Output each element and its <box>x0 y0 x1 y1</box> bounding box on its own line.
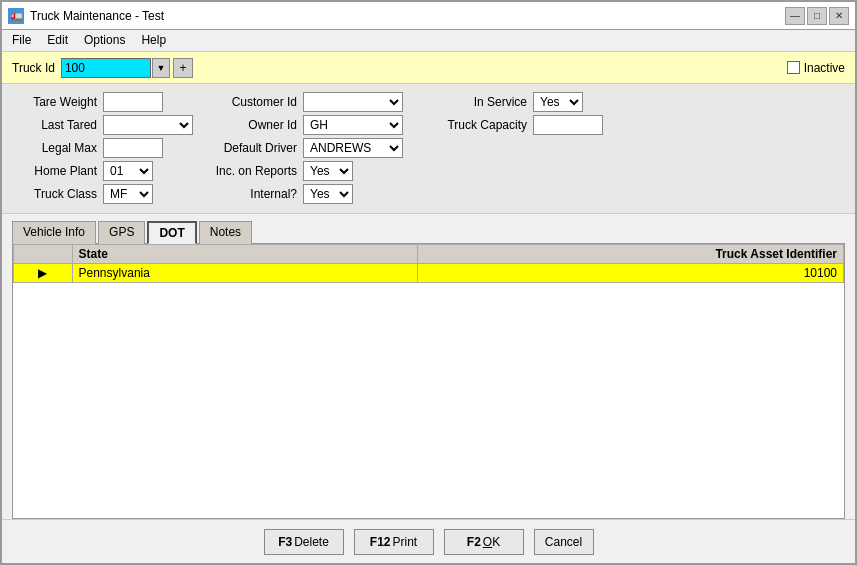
legal-max-label: Legal Max <box>12 141 97 155</box>
arrow-header <box>14 245 73 264</box>
toolbar-row: Truck Id ▼ + Inactive <box>2 52 855 84</box>
tab-gps[interactable]: GPS <box>98 221 145 244</box>
print-button[interactable]: F12 Print <box>354 529 434 555</box>
menu-edit[interactable]: Edit <box>41 32 74 49</box>
default-driver-row: Default Driver ANDREWS <box>212 138 432 158</box>
cancel-button[interactable]: Cancel <box>534 529 594 555</box>
truck-id-input[interactable] <box>61 58 151 78</box>
truck-id-label: Truck Id <box>12 61 55 75</box>
truck-id-dropdown[interactable]: ▼ <box>152 58 170 78</box>
ok-key-label: F2 <box>467 535 481 549</box>
title-buttons: — □ ✕ <box>785 7 849 25</box>
ok-label: OK <box>483 535 500 549</box>
inc-reports-select[interactable]: Yes <box>303 161 353 181</box>
menu-options[interactable]: Options <box>78 32 131 49</box>
default-driver-select[interactable]: ANDREWS <box>303 138 403 158</box>
legal-max-row: Legal Max <box>12 138 202 158</box>
customer-id-row: Customer Id <box>212 92 432 112</box>
owner-id-label: Owner Id <box>212 118 297 132</box>
title-bar-left: 🚛 Truck Maintenance - Test <box>8 8 164 24</box>
tab-vehicle-info[interactable]: Vehicle Info <box>12 221 96 244</box>
internal-label: Internal? <box>212 187 297 201</box>
state-cell: Pennsylvania <box>72 264 418 283</box>
inc-reports-row: Inc. on Reports Yes <box>212 161 432 181</box>
form-col1: Tare Weight Last Tared Legal Max Home Pl… <box>12 92 202 207</box>
print-label: Print <box>393 535 418 549</box>
in-service-row: In Service Yes <box>442 92 692 112</box>
internal-select[interactable]: Yes <box>303 184 353 204</box>
owner-id-select[interactable]: GH <box>303 115 403 135</box>
last-tared-row: Last Tared <box>12 115 202 135</box>
app-icon: 🚛 <box>8 8 24 24</box>
inactive-label: Inactive <box>804 61 845 75</box>
form-col3: In Service Yes Truck Capacity <box>432 92 692 207</box>
minimize-button[interactable]: — <box>785 7 805 25</box>
menu-file[interactable]: File <box>6 32 37 49</box>
state-header: State <box>72 245 418 264</box>
internal-row: Internal? Yes <box>212 184 432 204</box>
tare-weight-input[interactable] <box>103 92 163 112</box>
tab-row: Vehicle Info GPS DOT Notes <box>12 220 845 244</box>
tabs-area: Vehicle Info GPS DOT Notes State Truck A… <box>2 214 855 519</box>
identifier-header: Truck Asset Identifier <box>418 245 844 264</box>
last-tared-label: Last Tared <box>12 118 97 132</box>
close-button[interactable]: ✕ <box>829 7 849 25</box>
legal-max-input[interactable] <box>103 138 163 158</box>
truck-capacity-row: Truck Capacity <box>442 115 692 135</box>
customer-id-select[interactable] <box>303 92 403 112</box>
inactive-area: Inactive <box>787 61 845 75</box>
default-driver-label: Default Driver <box>212 141 297 155</box>
cancel-label: Cancel <box>545 535 582 549</box>
delete-button[interactable]: F3 Delete <box>264 529 344 555</box>
identifier-cell: 10100 <box>418 264 844 283</box>
tab-content: State Truck Asset Identifier ▶ Pennsylva… <box>12 244 845 519</box>
home-plant-select[interactable]: 01 <box>103 161 153 181</box>
form-grid: Tare Weight Last Tared Legal Max Home Pl… <box>12 92 845 207</box>
menubar: File Edit Options Help <box>2 30 855 52</box>
ok-button[interactable]: F2 OK <box>444 529 524 555</box>
customer-id-label: Customer Id <box>212 95 297 109</box>
in-service-select[interactable]: Yes <box>533 92 583 112</box>
form-col2: Customer Id Owner Id GH Default Driver A… <box>202 92 432 207</box>
row-arrow-cell: ▶ <box>14 264 73 283</box>
home-plant-label: Home Plant <box>12 164 97 178</box>
last-tared-select[interactable] <box>103 115 193 135</box>
main-window: 🚛 Truck Maintenance - Test — □ ✕ File Ed… <box>0 0 857 565</box>
dot-table-header-row: State Truck Asset Identifier <box>14 245 844 264</box>
truck-class-select[interactable]: MF <box>103 184 153 204</box>
home-plant-row: Home Plant 01 <box>12 161 202 181</box>
truck-id-add-button[interactable]: + <box>173 58 193 78</box>
owner-id-row: Owner Id GH <box>212 115 432 135</box>
form-area: Tare Weight Last Tared Legal Max Home Pl… <box>2 84 855 214</box>
table-row[interactable]: ▶ Pennsylvania 10100 <box>14 264 844 283</box>
maximize-button[interactable]: □ <box>807 7 827 25</box>
title-bar: 🚛 Truck Maintenance - Test — □ ✕ <box>2 2 855 30</box>
menu-help[interactable]: Help <box>135 32 172 49</box>
tare-weight-row: Tare Weight <box>12 92 202 112</box>
truck-capacity-label: Truck Capacity <box>442 118 527 132</box>
truck-capacity-input[interactable] <box>533 115 603 135</box>
in-service-label: In Service <box>442 95 527 109</box>
truck-class-row: Truck Class MF <box>12 184 202 204</box>
delete-key-label: F3 <box>278 535 292 549</box>
inc-reports-label: Inc. on Reports <box>212 164 297 178</box>
delete-label: Delete <box>294 535 329 549</box>
inactive-checkbox[interactable] <box>787 61 800 74</box>
tab-notes[interactable]: Notes <box>199 221 252 244</box>
print-key-label: F12 <box>370 535 391 549</box>
footer: F3 Delete F12 Print F2 OK Cancel <box>2 519 855 563</box>
tare-weight-label: Tare Weight <box>12 95 97 109</box>
window-title: Truck Maintenance - Test <box>30 9 164 23</box>
dot-table: State Truck Asset Identifier ▶ Pennsylva… <box>13 244 844 283</box>
truck-class-label: Truck Class <box>12 187 97 201</box>
tab-dot[interactable]: DOT <box>147 221 196 244</box>
